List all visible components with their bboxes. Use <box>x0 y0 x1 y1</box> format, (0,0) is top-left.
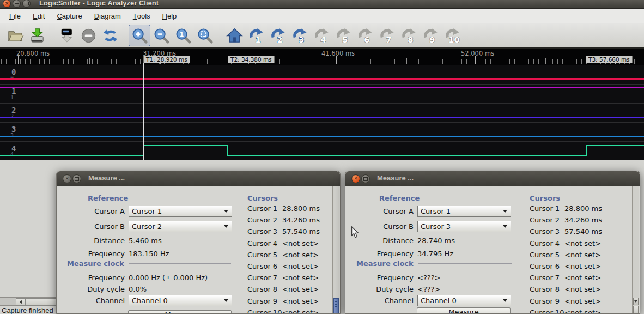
measure-dialog-right: ✕ Measure ... Reference Cursor A Cursor … <box>345 171 640 314</box>
save-project-button[interactable] <box>26 25 48 46</box>
distance-label: Distance <box>57 237 127 245</box>
cursor-name: Cursor 1 <box>530 204 564 213</box>
dialog-maximize-button[interactable] <box>361 174 370 183</box>
dialog-titlebar[interactable]: ✕ Measure ... <box>345 171 640 186</box>
repeat-capture-button[interactable] <box>99 25 121 46</box>
zoom-all-button[interactable] <box>194 25 216 46</box>
cursor-a-label: Cursor A <box>57 207 127 215</box>
cursor-a-value: Cursor 1 <box>421 207 451 215</box>
cursor-a-select[interactable]: Cursor 1 <box>129 206 232 217</box>
dialog-close-button[interactable]: ✕ <box>63 174 71 183</box>
cursor-value: <not set> <box>564 262 601 270</box>
cursor-line[interactable] <box>228 56 228 160</box>
cursor-a-select[interactable]: Cursor 1 <box>417 206 511 217</box>
cursor-button[interactable]: 10 <box>441 25 463 46</box>
ruler-medium-tick <box>89 58 90 64</box>
go-to-trigger-button[interactable] <box>223 25 245 46</box>
stop-icon <box>80 27 97 44</box>
svg-text:8: 8 <box>408 35 413 44</box>
chevron-down-icon <box>503 225 507 228</box>
cursor-button[interactable]: 7 <box>376 25 398 46</box>
cursor-time-flag[interactable]: T3: 57.660 ms <box>586 56 633 63</box>
frequency-value: 183.150 Hz <box>127 250 169 258</box>
dialog-title: Measure ... <box>377 174 414 182</box>
cursor-readout-row: Cursor 10 <not set> <box>530 307 602 314</box>
channel-separator <box>0 141 644 142</box>
channel-separator <box>0 103 644 104</box>
zoom-original-button[interactable]: 1 <box>172 25 194 46</box>
channel-bit-number: 2 <box>10 113 14 119</box>
cursor-value: 28.800 ms <box>282 204 320 213</box>
zoom-in-button[interactable] <box>129 25 150 46</box>
dialog-close-button[interactable]: ✕ <box>351 174 360 183</box>
cursor-readout-row: Cursor 2 34.260 ms <box>247 214 320 226</box>
horizontal-scrollbar-thumb[interactable] <box>25 298 57 306</box>
signal-segment <box>0 155 144 156</box>
channel-select[interactable]: Channel 0 <box>129 295 232 306</box>
cursor-button[interactable]: 1 <box>245 25 267 46</box>
cursor-readout-row: Cursor 8 <not set> <box>530 283 602 295</box>
horizontal-scrollbar[interactable] <box>0 297 56 306</box>
scrollbar-thumb[interactable] <box>633 306 639 314</box>
menu-item[interactable]: Diagram <box>88 9 127 23</box>
dialog-vertical-scrollbar[interactable] <box>332 186 339 313</box>
cursor-name: Cursor 5 <box>247 251 282 259</box>
dialog-vertical-scrollbar[interactable] <box>632 186 639 313</box>
measure-button[interactable]: Measure <box>128 310 232 314</box>
svg-text:1: 1 <box>255 35 260 44</box>
menu-item[interactable]: Tools <box>127 9 156 23</box>
cursor-arrow-icon: 5 <box>335 27 352 44</box>
menu-item[interactable]: Capture <box>51 9 88 23</box>
channel-select[interactable]: Channel 0 <box>417 295 511 306</box>
menu-item-label: apture <box>62 12 82 20</box>
cursor-value: <not set> <box>282 262 319 270</box>
menu-item[interactable]: Edit <box>27 9 51 23</box>
cursor-value: <not set> <box>282 251 319 259</box>
cursor-button[interactable]: 6 <box>354 25 376 46</box>
cursor-value: 34.260 ms <box>564 216 602 224</box>
cursor-button[interactable]: 5 <box>332 25 354 46</box>
distance-value: 5.460 ms <box>127 237 162 245</box>
cancel-capture-button[interactable] <box>77 25 99 46</box>
measure-button[interactable]: Measure <box>417 307 511 314</box>
reference-section-heading: Reference <box>379 194 512 202</box>
waveform-canvas[interactable]: 0 0 1 1 2 2 3 3 4 4 <box>0 65 644 160</box>
scroll-left-button[interactable] <box>16 298 26 306</box>
cursor-time-flag[interactable]: T2: 34.380 ms <box>228 56 275 63</box>
cursor-line[interactable] <box>586 56 586 160</box>
cursor-readout-row: Cursor 1 28.800 ms <box>247 203 320 214</box>
menu-bar: File Edit Capture Diagram Tools Help <box>0 9 644 23</box>
menu-item[interactable]: Help <box>156 9 183 23</box>
signal-segment <box>0 78 644 80</box>
cursor-name: Cursor 4 <box>530 239 564 247</box>
chevron-down-icon <box>224 210 228 213</box>
open-project-button[interactable] <box>4 25 26 46</box>
cursor-button[interactable]: 9 <box>420 25 441 46</box>
zoom-out-button[interactable] <box>150 25 172 46</box>
window-minimize-button[interactable] <box>13 0 21 8</box>
cursor-readout-row: Cursor 3 57.540 ms <box>247 226 320 237</box>
cursor-b-select[interactable]: Cursor 3 <box>417 221 511 232</box>
cursor-button[interactable]: 2 <box>267 25 289 46</box>
cursor-button[interactable]: 4 <box>311 25 332 46</box>
cursor-value: 34.260 ms <box>282 216 320 224</box>
svg-text:3: 3 <box>299 35 304 44</box>
dialog-maximize-button[interactable] <box>72 174 81 183</box>
scroll-down-button[interactable] <box>633 298 639 305</box>
cursor-time-flag[interactable]: T1: 28.920 ms <box>143 56 190 63</box>
cursor-readout-row: Cursor 5 <not set> <box>530 249 602 261</box>
cursor-b-select[interactable]: Cursor 2 <box>129 221 232 232</box>
frequency-label: Frequency <box>345 250 416 258</box>
window-maximize-button[interactable] <box>22 0 31 8</box>
window-close-button[interactable]: ✕ <box>3 0 11 8</box>
cursor-line[interactable] <box>143 56 144 160</box>
menu-item[interactable]: File <box>3 9 27 23</box>
scrollbar-thumb[interactable] <box>333 298 339 313</box>
cursor-readout-row: Cursor 6 <not set> <box>247 261 320 272</box>
cursor-button[interactable]: 8 <box>398 25 420 46</box>
zoom-in-icon <box>131 27 148 44</box>
save-icon <box>29 27 46 44</box>
cursor-button[interactable]: 3 <box>289 25 311 46</box>
dialog-titlebar[interactable]: ✕ Measure ... <box>57 171 340 186</box>
capture-settings-button[interactable] <box>56 25 77 46</box>
